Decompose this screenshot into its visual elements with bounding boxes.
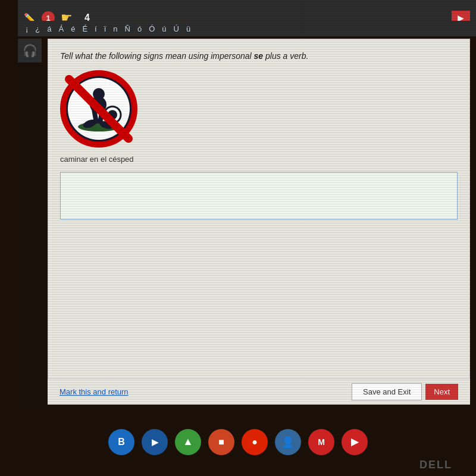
headphone-area[interactable]: 🎧 [18, 39, 42, 62]
special-char-a-acute-cap[interactable]: Á [57, 24, 66, 34]
dell-brand: DELL [419, 459, 452, 471]
svg-point-8 [93, 88, 105, 100]
special-char-inverted-question[interactable]: ¿ [33, 24, 42, 34]
special-char-u-diaeresis[interactable]: ü [184, 24, 192, 34]
special-chars-bar: ¡ ¿ á Á é É í ï n Ñ ó Ó ú Ú ü [18, 21, 476, 36]
taskbar-icon-user[interactable]: 👤 [275, 429, 301, 455]
question-text: Tell what the following signs mean using… [60, 51, 458, 61]
special-char-e-acute[interactable]: é [69, 24, 77, 34]
taskbar-icon-drive[interactable]: ▲ [175, 429, 201, 455]
action-bar: Mark this and return Save and Exit Next [48, 378, 470, 405]
taskbar: B ▶ ▲ ■ ● 👤 M ▶ DELL [0, 414, 476, 476]
taskbar-icon-square[interactable]: ■ [208, 429, 234, 455]
special-char-n[interactable]: n [111, 24, 119, 34]
special-char-i-diaeresis[interactable]: ï [102, 24, 108, 34]
mark-return-link[interactable]: Mark this and return [60, 387, 129, 396]
taskbar-icon-mail[interactable]: M [308, 429, 334, 455]
special-char-a-acute[interactable]: á [45, 24, 53, 34]
special-char-e-acute-cap[interactable]: É [80, 24, 89, 34]
sign-label: caminar en el césped [60, 155, 458, 164]
special-char-u-acute[interactable]: ú [160, 24, 168, 34]
taskbar-icon-chrome[interactable]: ● [242, 429, 268, 455]
special-char-i-acute[interactable]: í [93, 24, 99, 34]
taskbar-icon-play[interactable]: ▶ [142, 429, 168, 455]
special-char-inverted-exclaim[interactable]: ¡ [24, 24, 30, 34]
special-char-u-acute-cap[interactable]: Ú [172, 24, 181, 34]
taskbar-icon-b[interactable]: B [108, 429, 134, 455]
next-button[interactable]: Next [425, 384, 458, 400]
taskbar-icon-youtube[interactable]: ▶ [342, 429, 368, 455]
save-exit-button[interactable]: Save and Exit [352, 383, 422, 400]
special-char-o-acute-cap[interactable]: Ó [147, 24, 156, 34]
no-walking-sign [60, 70, 137, 148]
main-content-card: Tell what the following signs mean using… [48, 39, 470, 405]
special-char-o-acute[interactable]: ó [136, 24, 143, 34]
answer-input[interactable] [60, 172, 458, 220]
special-char-n-tilde-cap[interactable]: Ñ [123, 24, 132, 34]
headphone-icon: 🎧 [23, 43, 37, 58]
